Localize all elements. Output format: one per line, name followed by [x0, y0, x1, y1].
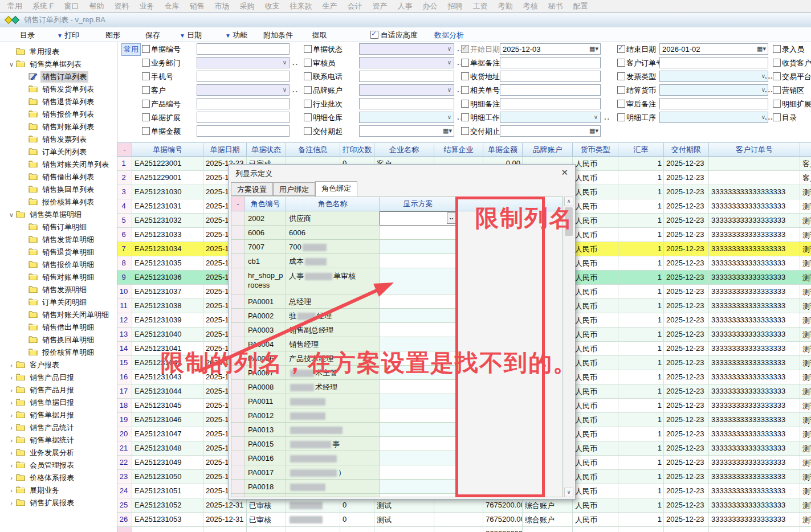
toolbar-button-6[interactable]: ▼功能 [225, 30, 247, 40]
scheme-cell[interactable] [380, 480, 457, 494]
scheme-cell[interactable] [380, 351, 457, 366]
sidebar-item[interactable]: 报价核算单明细 [0, 346, 117, 359]
sidebar-item-label[interactable]: 销售借出单明细 [40, 322, 96, 333]
dialog-column-header[interactable]: - [231, 197, 245, 211]
filter-checkbox-明细工作中心[interactable] [461, 113, 469, 121]
sidebar-item-label[interactable]: 展期业务 [28, 485, 61, 496]
menu-item[interactable]: 生产 [317, 1, 343, 11]
sidebar-item-label[interactable]: 销售对账单列表 [40, 121, 96, 133]
browse-dots-button[interactable]: .. [604, 113, 610, 121]
filter-select-发票类型[interactable]: ∨ [659, 71, 768, 82]
filter-checkbox-收货客户[interactable] [773, 59, 781, 67]
row-selector[interactable] [231, 268, 245, 294]
row-selector[interactable] [231, 494, 245, 497]
filter-select-审核员[interactable]: ∨ [359, 57, 454, 68]
toolbar-button-8[interactable]: 提取 [312, 30, 327, 40]
sidebar-item[interactable]: ›销售扩展报表 [0, 497, 117, 509]
filter-select-明细工序[interactable]: ∨ [659, 112, 768, 123]
calendar-icon[interactable]: ▦▾ [589, 127, 598, 134]
row-selector[interactable] [231, 211, 245, 226]
sidebar-item[interactable]: ›客户报表 [0, 359, 117, 371]
filter-checkbox-客户订单号[interactable] [617, 59, 625, 67]
data-analysis-button[interactable]: 数据分析 [434, 30, 464, 40]
dialog-column-header[interactable]: 角色名称 [286, 197, 380, 211]
sidebar-item-label[interactable]: 销售订单明细 [40, 222, 88, 233]
filter-checkbox-手机号[interactable] [142, 72, 150, 80]
filter-date-开始日期[interactable]: ▦▾2025-12-03 [500, 43, 601, 55]
row-selector[interactable] [231, 254, 245, 268]
sidebar-item[interactable]: ›销售单据统计 [0, 434, 117, 447]
browse-dots-button[interactable]: .. [765, 85, 771, 94]
sidebar-item-label[interactable]: 销售报价单列表 [40, 109, 96, 120]
sidebar-item-label[interactable]: 订单关闭列表 [40, 146, 88, 158]
filter-checkbox-业务部门[interactable] [142, 59, 150, 67]
tree-expander-icon[interactable]: › [7, 412, 16, 419]
filter-checkbox-收货地址[interactable] [461, 72, 469, 80]
table-row[interactable]: 25EA2512310522025-12-31已审核0测试7675200.00综… [117, 498, 811, 513]
column-header-单据状态[interactable]: 单据状态 [247, 142, 286, 157]
filter-checkbox-单据备注[interactable] [461, 59, 469, 67]
row-selector[interactable] [231, 465, 245, 480]
dialog-column-header[interactable]: 显示方案 [380, 197, 457, 211]
column-header-单据金额[interactable]: 单据金额 [483, 142, 523, 157]
menu-item[interactable]: 人事 [393, 1, 418, 11]
filter-checkbox-明细仓库[interactable] [304, 113, 312, 121]
sidebar-item[interactable]: 销售发货单明细 [0, 234, 117, 246]
filter-checkbox-明细扩展[interactable] [773, 100, 781, 108]
sidebar-item[interactable]: ›价格体系报表 [0, 472, 117, 484]
scheme-cell[interactable] [380, 240, 457, 254]
tree-expander-icon[interactable]: ∨ [7, 211, 16, 219]
scheme-cell[interactable] [380, 254, 457, 268]
dialog-tab-用户绑定[interactable]: 用户绑定 [273, 182, 315, 196]
checkbox-icon[interactable] [370, 31, 378, 39]
menu-item[interactable]: 考核 [518, 1, 543, 11]
calendar-icon[interactable]: ▦▾ [757, 45, 766, 52]
scheme-browse-button[interactable]: .. [447, 212, 456, 224]
sidebar-item[interactable]: ›销售产品日报 [0, 371, 117, 384]
menu-item[interactable]: 招聘 [443, 1, 468, 11]
filter-checkbox-客户[interactable] [142, 86, 150, 94]
filter-checkbox-相关单号[interactable] [461, 86, 469, 94]
tree-expander-icon[interactable]: › [7, 399, 16, 406]
menu-item[interactable]: 配置 [568, 1, 593, 11]
chevron-down-icon[interactable]: ∨ [594, 114, 598, 120]
row-selector[interactable] [231, 294, 245, 309]
row-selector[interactable] [231, 226, 245, 240]
scheme-cell[interactable] [380, 294, 457, 309]
filter-input-单据编号[interactable] [197, 43, 290, 55]
tree-expander-icon[interactable]: › [7, 424, 16, 431]
sidebar-item-label[interactable]: 销售换回单列表 [40, 184, 96, 195]
sidebar-item[interactable]: ›销售产品月报 [0, 384, 117, 396]
dialog-column-header[interactable]: 角色编号 [245, 197, 286, 211]
filter-input-收货地址[interactable] [500, 71, 601, 82]
dialog-scrollbar[interactable]: ∧ ∨ [564, 197, 574, 497]
chevron-down-icon[interactable]: ∨ [283, 59, 287, 66]
sidebar-item-label[interactable]: 销售发票明细 [40, 284, 88, 296]
sidebar-item[interactable]: 销售报价单明细 [0, 259, 117, 271]
filter-input-产品编号[interactable] [197, 98, 290, 109]
sidebar-item-label[interactable]: 销售退货单明细 [40, 247, 96, 258]
filter-select-单据状态[interactable]: ∨ [359, 43, 454, 55]
sidebar-item[interactable]: 销售借出单列表 [0, 171, 117, 183]
sidebar-item[interactable]: ›展期业务 [0, 484, 117, 497]
menu-item[interactable]: 销售 [185, 1, 210, 11]
filter-select-客户[interactable]: ∨ [197, 84, 290, 96]
menu-item[interactable]: 工资 [468, 1, 493, 11]
filter-checkbox-结算货币[interactable] [617, 86, 625, 94]
menu-item[interactable]: 办公 [418, 1, 443, 11]
scheme-cell[interactable] [380, 423, 457, 437]
filter-date-交付期起[interactable]: ▦▾ [359, 125, 454, 137]
scheme-cell[interactable] [380, 494, 457, 497]
close-icon[interactable]: ✕ [561, 167, 568, 178]
sidebar-item-label[interactable]: 销售发货单列表 [40, 84, 96, 95]
chevron-down-icon[interactable]: ∨ [283, 87, 287, 93]
toolbar-button-1[interactable]: 目录 [20, 30, 35, 40]
chevron-down-icon[interactable]: ∨ [447, 59, 451, 66]
filter-input-行业批次[interactable] [359, 98, 454, 109]
filter-input-审后备注[interactable] [659, 98, 768, 109]
filter-input-明细备注[interactable] [500, 98, 601, 109]
toolbar-button-2[interactable]: ▼打印 [57, 30, 79, 40]
sidebar-item[interactable]: ›会员管理报表 [0, 459, 117, 472]
sidebar-item-label[interactable]: 销售单据统计 [28, 435, 76, 446]
filter-checkbox-单据金额[interactable] [142, 127, 150, 135]
